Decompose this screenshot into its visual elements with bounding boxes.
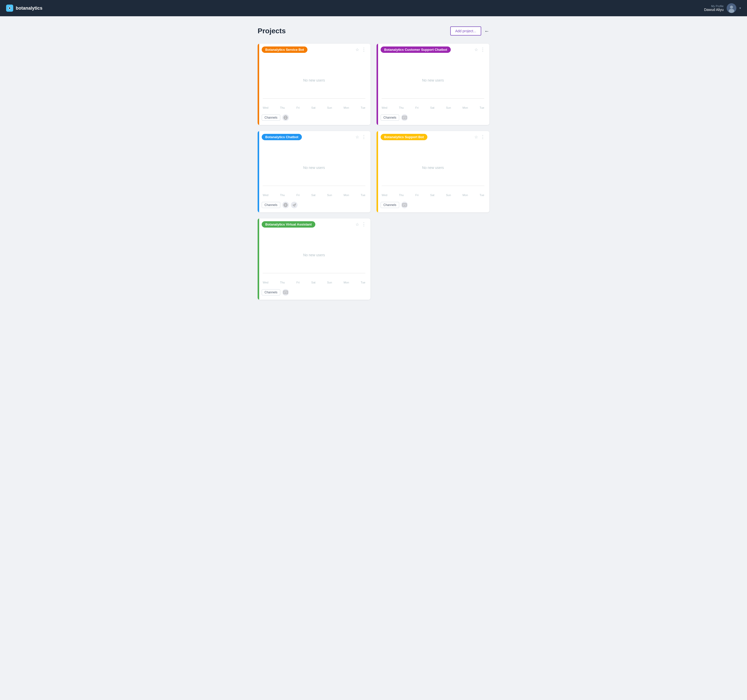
svg-rect-13 <box>403 118 404 118</box>
chart-label: Tue <box>479 193 484 196</box>
no-users-label: No new users <box>303 78 325 82</box>
svg-point-3 <box>730 6 733 9</box>
chart-label: Sun <box>327 106 332 109</box>
chart-label: Tue <box>361 106 365 109</box>
chart-label: Wed <box>263 193 268 196</box>
channels-button[interactable]: Channels <box>381 115 399 121</box>
project-card-customer-support[interactable]: Botanalytics Customer Support Chatbot ☆ … <box>377 44 489 125</box>
chart-label: Mon <box>343 193 349 196</box>
chart-label: Sat <box>430 106 434 109</box>
no-users-label: No new users <box>422 166 444 170</box>
project-card-chatbot[interactable]: Botanalytics Chatbot ☆ ⋮ No new users We… <box>258 131 370 212</box>
app-logo[interactable]: botanalytics <box>6 5 42 12</box>
favorite-icon[interactable]: ☆ <box>474 134 478 139</box>
chart-label: Mon <box>343 281 349 284</box>
svg-rect-20 <box>402 204 407 207</box>
chart-label: Fri <box>296 193 300 196</box>
add-project-button[interactable]: Add project... <box>450 26 481 36</box>
back-arrow-icon[interactable]: ← <box>484 28 489 34</box>
chart-label: Sat <box>430 193 434 196</box>
svg-point-4 <box>729 9 734 13</box>
header-actions: Add project... ← <box>450 26 490 36</box>
favorite-icon[interactable]: ☆ <box>355 222 359 227</box>
more-menu-icon[interactable]: ⋮ <box>481 134 485 140</box>
chart-label: Sat <box>311 281 316 284</box>
card-footer: Channels <box>377 112 489 125</box>
web-channel-icon[interactable] <box>282 114 289 121</box>
avatar-image <box>727 3 736 13</box>
svg-rect-8 <box>402 116 407 119</box>
keyboard-channel-icon[interactable] <box>401 202 408 208</box>
svg-rect-30 <box>285 291 285 292</box>
svg-rect-33 <box>284 293 284 293</box>
svg-rect-11 <box>405 117 405 117</box>
svg-rect-22 <box>404 204 404 205</box>
chart-label: Tue <box>361 281 365 284</box>
chart-baseline <box>382 186 484 186</box>
chevron-down-icon[interactable]: ▾ <box>739 6 741 10</box>
card-actions: ☆ ⋮ <box>474 134 485 140</box>
project-card-virtual-assistant[interactable]: Botanalytics Virtual Assistant ☆ ⋮ No ne… <box>258 219 370 300</box>
svg-rect-26 <box>404 205 405 206</box>
svg-rect-28 <box>284 291 287 294</box>
channels-button[interactable]: Channels <box>381 202 399 208</box>
project-card-service-bot[interactable]: Botanalytics Service Bot ☆ ⋮ No new user… <box>258 44 370 125</box>
chart-baseline <box>263 186 365 186</box>
chart-label: Tue <box>479 106 484 109</box>
card-header: Botanalytics Virtual Assistant ☆ ⋮ <box>258 219 370 230</box>
chart-label: Fri <box>296 281 300 284</box>
chart-labels: WedThuFriSatSunMonTue <box>258 281 370 287</box>
project-name-tag: Botanalytics Support Bot <box>381 134 427 140</box>
favorite-icon[interactable]: ☆ <box>355 134 359 139</box>
channels-button[interactable]: Channels <box>262 202 280 208</box>
favorite-icon[interactable]: ☆ <box>474 47 478 52</box>
more-menu-icon[interactable]: ⋮ <box>481 47 485 52</box>
project-card-support-bot[interactable]: Botanalytics Support Bot ☆ ⋮ No new user… <box>377 131 489 212</box>
channels-button[interactable]: Channels <box>262 115 280 121</box>
chart-labels: WedThuFriSatSunMonTue <box>377 106 489 112</box>
keyboard-channel-icon[interactable] <box>282 289 289 296</box>
chart-label: Sun <box>327 281 332 284</box>
page-header: Projects Add project... ← <box>258 26 489 36</box>
chart-area: No new users <box>258 143 370 193</box>
chart-area: No new users <box>377 143 489 193</box>
profile-name: Dawud Aliyu <box>704 8 724 12</box>
more-menu-icon[interactable]: ⋮ <box>361 222 366 227</box>
svg-rect-31 <box>286 291 286 292</box>
card-header: Botanalytics Chatbot ☆ ⋮ <box>258 131 370 143</box>
chart-label: Sat <box>311 193 316 196</box>
chart-label: Mon <box>463 106 468 109</box>
card-footer: Channels <box>377 200 489 212</box>
chart-label: Mon <box>463 193 468 196</box>
svg-rect-34 <box>285 293 286 293</box>
chart-label: Fri <box>416 106 419 109</box>
chart-labels: WedThuFriSatSunMonTue <box>377 193 489 200</box>
chart-label: Sun <box>446 106 451 109</box>
card-header: Botanalytics Customer Support Chatbot ☆ … <box>377 44 489 55</box>
svg-rect-29 <box>284 291 284 292</box>
project-name-tag: Botanalytics Virtual Assistant <box>262 221 315 228</box>
favorite-icon[interactable]: ☆ <box>355 47 359 52</box>
chart-label: Wed <box>382 106 387 109</box>
page-title: Projects <box>258 27 286 35</box>
chart-label: Thu <box>280 193 285 196</box>
more-menu-icon[interactable]: ⋮ <box>361 47 366 52</box>
card-footer: Channels <box>258 287 370 300</box>
svg-rect-9 <box>403 117 404 117</box>
chart-label: Mon <box>343 106 349 109</box>
card-header: Botanalytics Support Bot ☆ ⋮ <box>377 131 489 143</box>
chart-label: Sat <box>311 106 316 109</box>
keyboard-channel-icon[interactable] <box>401 114 408 121</box>
web-channel-icon[interactable] <box>282 202 289 208</box>
main-content: Projects Add project... ← Botanalytics S… <box>251 16 496 310</box>
profile-section[interactable]: My Profile Dawud Aliyu ▾ <box>704 3 741 13</box>
telegram-channel-icon[interactable] <box>291 202 298 208</box>
card-actions: ☆ ⋮ <box>355 47 366 52</box>
chart-label: Tue <box>361 193 365 196</box>
avatar[interactable] <box>727 3 736 13</box>
channels-button[interactable]: Channels <box>262 289 280 296</box>
chart-labels: WedThuFriSatSunMonTue <box>258 193 370 200</box>
more-menu-icon[interactable]: ⋮ <box>361 134 366 140</box>
svg-rect-14 <box>404 118 405 118</box>
chart-label: Thu <box>280 106 285 109</box>
